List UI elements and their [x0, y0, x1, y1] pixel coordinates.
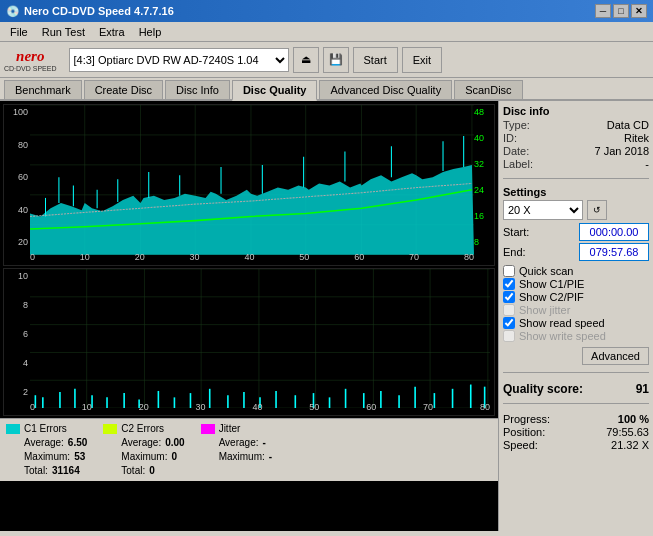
- title-bar-text: Nero CD-DVD Speed 4.7.7.16: [24, 5, 174, 17]
- lower-y-6: 6: [4, 329, 28, 339]
- maximize-button[interactable]: □: [613, 4, 629, 18]
- lower-x-30: 30: [196, 402, 206, 412]
- tab-bar: Benchmark Create Disc Disc Info Disc Qua…: [0, 78, 653, 101]
- lower-y-10: 10: [4, 271, 28, 281]
- legend-c2: C2 Errors Average: 0.00 Maximum: 0 Total…: [103, 422, 184, 478]
- disc-label-label: Label:: [503, 158, 533, 170]
- tab-disc-info[interactable]: Disc Info: [165, 80, 230, 99]
- progress-row: Progress: 100 %: [503, 413, 649, 425]
- quick-scan-checkbox[interactable]: [503, 265, 515, 277]
- lower-x-0: 0: [30, 402, 35, 412]
- show-jitter-checkbox[interactable]: [503, 304, 515, 316]
- jitter-avg-value: -: [262, 436, 265, 450]
- save-button[interactable]: 💾: [323, 47, 349, 73]
- c1-label: C1 Errors: [24, 422, 87, 436]
- start-time-input[interactable]: [579, 223, 649, 241]
- advanced-button[interactable]: Advanced: [582, 347, 649, 365]
- jitter-label: Jitter: [219, 422, 272, 436]
- lower-y-2: 2: [4, 387, 28, 397]
- quality-score-label: Quality score:: [503, 382, 583, 396]
- c2-total-value: 0: [149, 464, 155, 478]
- menu-bar: File Run Test Extra Help: [0, 22, 653, 42]
- settings-section: Settings Maximum1 X2 X4 X8 X16 X20 X40 X…: [503, 186, 649, 343]
- legend-jitter: Jitter Average: - Maximum: -: [201, 422, 272, 478]
- x-label-0: 0: [30, 252, 35, 262]
- show-c1pie-label: Show C1/PIE: [519, 278, 584, 290]
- close-button[interactable]: ✕: [631, 4, 647, 18]
- tab-create-disc[interactable]: Create Disc: [84, 80, 163, 99]
- show-read-speed-row: Show read speed: [503, 317, 649, 329]
- c1-max-value: 53: [74, 450, 85, 464]
- disc-label-value: -: [645, 158, 649, 170]
- lower-x-10: 10: [82, 402, 92, 412]
- show-write-speed-label: Show write speed: [519, 330, 606, 342]
- quick-scan-row: Quick scan: [503, 265, 649, 277]
- show-c2pif-checkbox[interactable]: [503, 291, 515, 303]
- lower-x-50: 50: [309, 402, 319, 412]
- tab-advanced-disc-quality[interactable]: Advanced Disc Quality: [319, 80, 452, 99]
- disc-info-section: Disc info Type: Data CD ID: Ritek Date: …: [503, 105, 649, 171]
- disc-type-label: Type:: [503, 119, 530, 131]
- progress-section: Progress: 100 % Position: 79:55.63 Speed…: [503, 413, 649, 452]
- disc-id-label: ID:: [503, 132, 517, 144]
- start-button[interactable]: Start: [353, 47, 398, 73]
- main-content: 100 80 60 40 20 48 40 32 24 16 8: [0, 101, 653, 531]
- lower-chart-svg: [30, 269, 490, 408]
- position-row: Position: 79:55.63: [503, 426, 649, 438]
- speed-stat-value: 21.32 X: [611, 439, 649, 451]
- y-label-60: 60: [4, 172, 28, 182]
- speed-select[interactable]: Maximum1 X2 X4 X8 X16 X20 X40 X: [503, 200, 583, 220]
- lower-x-70: 70: [423, 402, 433, 412]
- refresh-button[interactable]: ↺: [587, 200, 607, 220]
- y-label-80: 80: [4, 140, 28, 150]
- quality-score-value: 91: [636, 382, 649, 396]
- speed-stat-label: Speed:: [503, 439, 538, 451]
- show-c1pie-checkbox[interactable]: [503, 278, 515, 290]
- tab-disc-quality[interactable]: Disc Quality: [232, 80, 318, 101]
- c1-max-label: Maximum:: [24, 450, 70, 464]
- menu-extra[interactable]: Extra: [93, 24, 131, 40]
- menu-file[interactable]: File: [4, 24, 34, 40]
- disc-id-value: Ritek: [624, 132, 649, 144]
- c2-avg-label: Average:: [121, 436, 161, 450]
- lower-y-4: 4: [4, 358, 28, 368]
- y-label-40: 40: [4, 205, 28, 215]
- lower-x-40: 40: [252, 402, 262, 412]
- disc-date-row: Date: 7 Jan 2018: [503, 145, 649, 157]
- logo-text: nero: [16, 48, 44, 65]
- tab-benchmark[interactable]: Benchmark: [4, 80, 82, 99]
- disc-date-value: 7 Jan 2018: [595, 145, 649, 157]
- exit-button[interactable]: Exit: [402, 47, 442, 73]
- progress-value: 100 %: [618, 413, 649, 425]
- position-value: 79:55.63: [606, 426, 649, 438]
- y-label-100: 100: [4, 107, 28, 117]
- x-label-40: 40: [244, 252, 254, 262]
- right-panel: Disc info Type: Data CD ID: Ritek Date: …: [498, 101, 653, 531]
- end-time-input[interactable]: [579, 243, 649, 261]
- show-c2pif-row: Show C2/PIF: [503, 291, 649, 303]
- c2-color-box: [103, 424, 117, 434]
- show-write-speed-checkbox[interactable]: [503, 330, 515, 342]
- show-read-speed-checkbox[interactable]: [503, 317, 515, 329]
- jitter-max-value: -: [269, 450, 272, 464]
- y-right-16: 16: [474, 211, 494, 221]
- drive-select[interactable]: [4:3] Optiarc DVD RW AD-7240S 1.04: [69, 48, 289, 72]
- logo: nero CD·DVD SPEED: [4, 48, 57, 72]
- app-icon: 💿: [6, 5, 20, 18]
- show-c2pif-label: Show C2/PIF: [519, 291, 584, 303]
- menu-run-test[interactable]: Run Test: [36, 24, 91, 40]
- show-c1pie-row: Show C1/PIE: [503, 278, 649, 290]
- speed-row: Maximum1 X2 X4 X8 X16 X20 X40 X ↺: [503, 200, 649, 220]
- y-right-8: 8: [474, 237, 494, 247]
- lower-y-8: 8: [4, 300, 28, 310]
- tab-scandisc[interactable]: ScanDisc: [454, 80, 522, 99]
- quality-score-row: Quality score: 91: [503, 382, 649, 396]
- lower-x-20: 20: [139, 402, 149, 412]
- eject-button[interactable]: ⏏: [293, 47, 319, 73]
- y-label-20: 20: [4, 237, 28, 247]
- lower-x-60: 60: [366, 402, 376, 412]
- minimize-button[interactable]: ─: [595, 4, 611, 18]
- x-label-60: 60: [354, 252, 364, 262]
- menu-help[interactable]: Help: [133, 24, 168, 40]
- progress-label: Progress:: [503, 413, 550, 425]
